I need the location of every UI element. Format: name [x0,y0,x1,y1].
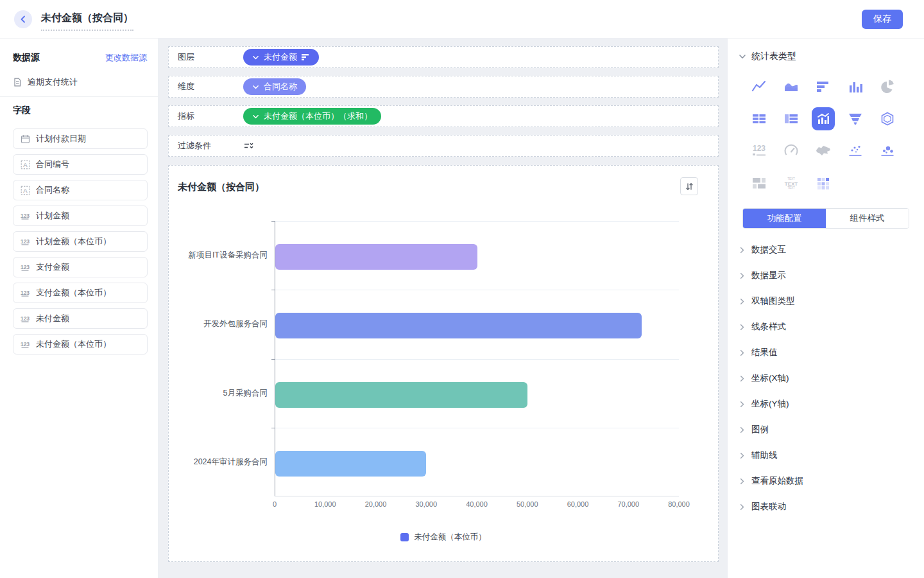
text-widget-icon[interactable]: TEXTTEXTTEXT [782,174,800,192]
field-item[interactable]: 123未付金额 [13,308,148,329]
bar[interactable] [275,313,642,338]
settings-section-row[interactable]: 线条样式 [739,314,913,340]
settings-sidebar: 统计表类型 123TEXTTEXTTEXT 功能配置组件样式 数据交互数据显示双… [727,39,924,578]
number-field-icon: 123 [20,263,30,272]
save-button[interactable]: 保存 [862,10,903,29]
plot-row [275,221,679,290]
map-chart-icon[interactable] [814,142,832,160]
funnel-chart-icon[interactable] [846,110,864,128]
chevron-right-icon [739,272,746,279]
field-item[interactable]: A合同编号 [13,154,148,175]
field-item[interactable]: 计划付款日期 [13,128,148,149]
settings-section-label: 图例 [751,424,769,435]
field-list: 计划付款日期A合同编号A合同名称123计划金额123计划金额（本位币）123支付… [13,128,148,360]
config-pill[interactable]: 未付金额（本位币）（求和） [243,108,381,125]
settings-section-label: 坐标(X轴) [751,372,789,384]
horizontal-bar-chart-icon[interactable] [814,78,832,96]
combo-chart-icon[interactable] [812,107,835,130]
chart-type-grid: 123TEXTTEXTTEXT [750,78,896,192]
settings-section-row[interactable]: 辅助线 [739,442,913,468]
datasource-item-label: 逾期支付统计 [28,76,78,88]
pie-chart-icon[interactable] [878,78,896,96]
chevron-left-icon [19,15,27,23]
gauge-chart-icon[interactable] [782,142,800,160]
plot-row [275,428,679,496]
chart-type-section-header[interactable]: 统计表类型 [739,51,796,62]
settings-section-row[interactable]: 查看原始数据 [739,468,913,494]
calendar-field-icon [20,134,30,144]
y-axis-category-labels: 新项目IT设备采购合同开发外包服务合同5月采购合同2024年审计服务合同 [169,221,268,496]
back-button[interactable] [14,10,32,28]
area-chart-icon[interactable] [782,78,800,96]
settings-section-row[interactable]: 双轴图类型 [739,288,913,314]
field-item[interactable]: 123支付金额（本位币） [13,283,148,303]
column-chart-icon[interactable] [846,78,864,96]
chevron-right-icon [739,426,746,434]
config-pill-label: 合同名称 [264,81,297,92]
settings-section-row[interactable]: 坐标(X轴) [739,365,913,391]
svg-text:123: 123 [21,212,30,218]
svg-text:123: 123 [21,340,30,347]
field-item[interactable]: A合同名称 [13,180,148,200]
settings-section-label: 数据显示 [751,270,786,281]
radar-chart-icon[interactable] [878,110,896,128]
datasource-item[interactable]: 逾期支付统计 [13,76,78,88]
sort-arrows-icon [685,182,694,191]
sort-button[interactable] [680,177,698,195]
config-pill-label: 未付金额 [264,51,297,63]
chevron-right-icon [739,401,746,408]
heatmap-icon[interactable] [814,174,832,192]
scatter-chart-icon[interactable] [846,142,864,160]
chart-legend[interactable]: 未付金额（本位币） [169,532,718,543]
x-tick-label: 70,000 [617,500,639,508]
settings-section-row[interactable]: 结果值 [739,340,913,365]
dashboard-layout-icon[interactable] [750,174,768,192]
line-chart-icon[interactable] [750,78,768,96]
bar[interactable] [275,244,477,270]
text-field-icon: A [20,186,30,195]
config-pill[interactable]: 合同名称 [243,78,306,95]
x-tick-label: 80,000 [668,500,690,508]
pivot-table-icon[interactable] [782,110,800,128]
settings-section-row[interactable]: 坐标(Y轴) [739,391,913,417]
settings-section-row[interactable]: 图表联动 [739,494,913,520]
svg-text:A: A [23,187,28,194]
settings-sections: 数据交互数据显示双轴图类型线条样式结果值坐标(X轴)坐标(Y轴)图例辅助线查看原… [739,237,913,520]
table-icon[interactable] [750,110,768,128]
settings-section-row[interactable]: 图例 [739,417,913,442]
number-field-icon: 123 [20,340,30,349]
legend-swatch [400,533,409,541]
field-item[interactable]: 123支付金额 [13,257,148,277]
field-label: 计划付款日期 [36,133,86,144]
number-field-icon: 123 [20,314,30,324]
config-pill[interactable]: 未付金额 [243,49,319,66]
top-bar: 未付金额（按合同） 保存 [0,0,924,39]
filter-icon[interactable] [243,141,254,151]
bubble-chart-icon[interactable] [878,142,896,160]
chart-canvas: 图层未付金额维度合同名称指标未付金额（本位币）（求和）过滤条件 未付金额（按合同… [158,39,727,578]
number-field-icon: 123 [20,288,30,298]
metric-number-icon[interactable]: 123 [750,142,768,160]
field-item[interactable]: 123未付金额（本位币） [13,334,148,355]
tab-component-style[interactable]: 组件样式 [826,209,909,228]
x-tick-label: 10,000 [314,500,336,508]
bar[interactable] [275,451,426,477]
field-item[interactable]: 123计划金额（本位币） [13,231,148,252]
plot-row [275,359,679,428]
settings-section-label: 数据交互 [751,244,786,256]
x-tick-label: 40,000 [466,500,488,508]
x-tick-label: 60,000 [567,500,589,508]
change-datasource-link[interactable]: 更改数据源 [105,52,147,64]
config-row: 过滤条件 [168,135,719,157]
settings-section-row[interactable]: 数据交互 [739,237,913,263]
chevron-down-icon [252,54,259,61]
field-item[interactable]: 123计划金额 [13,206,148,226]
tab-function-config[interactable]: 功能配置 [743,209,826,228]
settings-section-row[interactable]: 数据显示 [739,263,913,288]
datasource-sidebar: 数据源 更改数据源 逾期支付统计 字段 计划付款日期A合同编号A合同名称123计… [0,39,158,578]
svg-text:A: A [23,161,28,168]
fields-header: 字段 [13,105,31,116]
bar[interactable] [275,382,527,408]
category-label: 开发外包服务合同 [169,290,268,358]
svg-text:123: 123 [21,263,30,270]
